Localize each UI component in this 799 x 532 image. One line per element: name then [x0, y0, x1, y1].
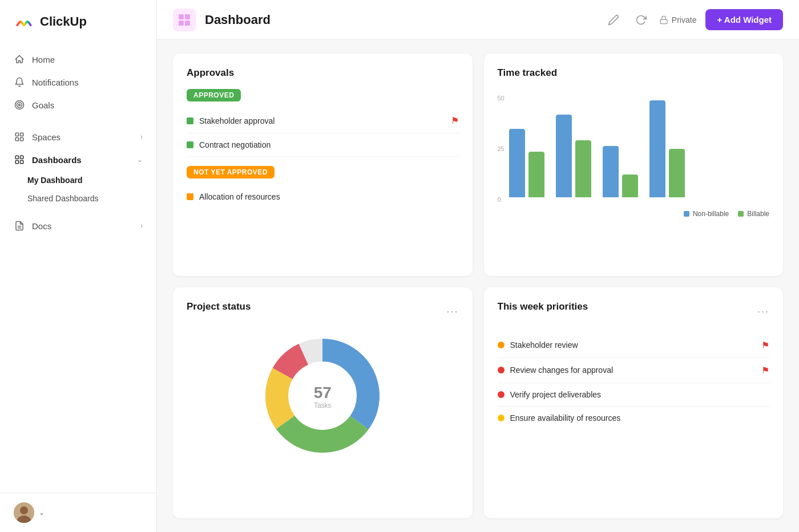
sidebar-item-goals[interactable]: Goals	[0, 94, 156, 116]
sidebar-item-spaces-label: Spaces	[32, 132, 134, 142]
project-status-more-btn[interactable]: ···	[446, 306, 458, 318]
bar-blue-3	[603, 146, 619, 197]
approval-item-contract: Contract negotiation	[187, 133, 459, 157]
svg-rect-4	[21, 133, 23, 136]
sidebar-item-notifications[interactable]: Notifications	[0, 71, 156, 94]
priority-text-1: Stakeholder review	[510, 340, 578, 350]
bar-green-2	[575, 140, 591, 197]
sidebar-item-docs[interactable]: Docs ›	[0, 214, 156, 237]
legend-billable: Billable	[738, 210, 769, 218]
svg-rect-6	[21, 138, 23, 141]
svg-rect-18	[179, 21, 184, 26]
approval-item-text-3: Allocation of resources	[199, 192, 280, 201]
spaces-icon	[14, 131, 25, 143]
avatar-image	[14, 502, 34, 523]
priorities-more-btn[interactable]: ···	[757, 306, 769, 318]
bar-group-2	[556, 115, 591, 197]
goals-icon	[14, 99, 25, 111]
dashboard-grid-icon	[177, 13, 191, 27]
svg-point-1	[17, 103, 22, 108]
donut-chart: 57 Tasks	[260, 333, 385, 461]
priority-text-2: Review changes for approval	[510, 366, 614, 375]
svg-rect-19	[185, 21, 190, 26]
sidebar-item-docs-label: Docs	[32, 221, 134, 231]
sidebar-nav: Home Notifications Goals	[0, 43, 156, 493]
time-tracked-card: Time tracked 50 25 0	[484, 54, 784, 276]
docs-chevron-right: ›	[140, 222, 143, 230]
page-title: Dashboard	[205, 13, 595, 27]
svg-rect-7	[15, 156, 18, 159]
bar-chart-wrapper: 50 25 0	[498, 89, 770, 218]
bar-green-1	[528, 152, 544, 197]
refresh-icon	[635, 14, 647, 26]
sidebar: ClickUp Home Notifications	[0, 0, 157, 532]
header-actions: Private + Add Widget	[604, 9, 783, 30]
bar-blue-1	[509, 129, 525, 197]
approval-item-allocation: Allocation of resources	[187, 185, 459, 208]
bar-group-3	[603, 146, 638, 197]
home-icon	[14, 54, 25, 65]
bar-group-1	[509, 129, 544, 197]
dashboards-chevron-down: ⌄	[137, 156, 143, 164]
logo: ClickUp	[0, 0, 156, 43]
y-label-50: 50	[498, 95, 505, 101]
sidebar-item-spaces[interactable]: Spaces ›	[0, 125, 156, 148]
svg-rect-9	[15, 161, 18, 164]
sidebar-item-home[interactable]: Home	[0, 48, 156, 71]
svg-rect-16	[179, 14, 184, 19]
task-label: Tasks	[314, 401, 332, 409]
flag-icon-1: ⚑	[451, 115, 459, 126]
pencil-button[interactable]	[604, 11, 623, 29]
avatar-chevron[interactable]: ⌄	[39, 509, 45, 517]
dashboards-icon	[14, 154, 25, 165]
dashboard-grid: Approvals APPROVED Stakeholder approval …	[157, 40, 799, 532]
lock-icon	[659, 15, 668, 25]
sidebar-item-dashboards[interactable]: Dashboards ⌄	[0, 148, 156, 171]
approved-dot-2	[187, 141, 193, 148]
privacy-text: Private	[672, 15, 697, 25]
sidebar-item-my-dashboard[interactable]: My Dashboard	[0, 171, 156, 189]
pencil-icon	[608, 14, 619, 26]
svg-rect-8	[21, 156, 23, 159]
sidebar-item-goals-label: Goals	[32, 100, 143, 110]
legend-dot-green	[738, 211, 744, 217]
project-status-card: Project status ···	[173, 287, 473, 519]
dashboard-header-icon	[173, 9, 196, 31]
privacy-label: Private	[659, 15, 697, 25]
approved-dot-1	[187, 117, 193, 124]
sidebar-item-dashboards-label: Dashboards	[32, 155, 130, 165]
shared-dashboards-label: Shared Dashboards	[27, 194, 99, 203]
priority-flag-2: ⚑	[761, 365, 769, 376]
header: Dashboard Private + Add Widget	[157, 0, 799, 40]
priority-text-4: Ensure availability of resources	[510, 413, 621, 423]
priority-text-3: Verify project deliverables	[510, 390, 602, 399]
svg-rect-20	[660, 19, 667, 23]
svg-rect-10	[21, 161, 23, 164]
add-widget-button[interactable]: + Add Widget	[705, 9, 783, 30]
bar-green-3	[622, 174, 638, 197]
task-count: 57	[314, 384, 332, 401]
approval-item-text-2: Contract negotiation	[199, 140, 271, 149]
not-approved-badge: NOT YET APPROVED	[187, 166, 275, 178]
priority-item-3: Verify project deliverables	[498, 383, 770, 407]
refresh-button[interactable]	[632, 11, 650, 29]
svg-point-14	[20, 506, 28, 514]
project-status-title: Project status	[187, 301, 251, 312]
nav-section-spaces: Spaces › Dashboards ⌄ My Dashboard Share…	[0, 125, 156, 237]
priorities-card: This week priorities ··· Stakeholder rev…	[484, 287, 784, 519]
avatar[interactable]	[14, 502, 34, 523]
y-label-0: 0	[498, 196, 505, 203]
legend-dot-blue	[684, 211, 689, 217]
chart-legend: Non-billable Billable	[509, 210, 769, 218]
sidebar-item-shared-dashboards[interactable]: Shared Dashboards	[0, 189, 156, 208]
priority-dot-3	[498, 391, 505, 398]
priorities-header: This week priorities ···	[498, 301, 770, 323]
legend-non-billable-label: Non-billable	[693, 210, 729, 218]
priority-item-2: Review changes for approval ⚑	[498, 358, 770, 383]
my-dashboard-label: My Dashboard	[27, 176, 82, 185]
approval-item-text-1: Stakeholder approval	[199, 116, 275, 125]
bar-green-4	[669, 149, 685, 197]
spaces-chevron-right: ›	[140, 133, 143, 141]
svg-rect-17	[185, 14, 190, 19]
priority-dot-1	[498, 342, 505, 348]
